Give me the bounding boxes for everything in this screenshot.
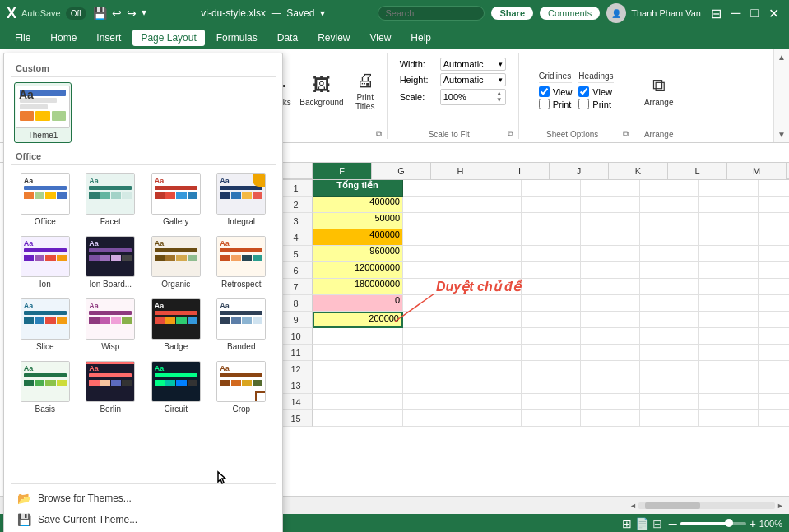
page-layout-view-btn[interactable]: 📄: [635, 517, 649, 530]
col-header-g[interactable]: G: [372, 163, 431, 179]
grid-cell-j1[interactable]: [581, 180, 640, 197]
grid-cell-m12[interactable]: [759, 361, 789, 377]
grid-cell-j3[interactable]: [581, 213, 640, 229]
row-header-15[interactable]: 15: [280, 410, 313, 427]
headings-view-checkbox[interactable]: [578, 86, 589, 97]
col-header-m[interactable]: M: [727, 163, 787, 179]
ribbon-scroll-up-icon[interactable]: ▲: [777, 53, 786, 62]
grid-cell-k4[interactable]: [640, 229, 699, 246]
grid-cell-k9[interactable]: [640, 312, 699, 328]
grid-cell-h7[interactable]: [462, 279, 522, 295]
row-header-14[interactable]: 14: [280, 394, 313, 410]
row-header-5[interactable]: 5: [280, 246, 313, 262]
grid-cell-j13[interactable]: [581, 377, 640, 394]
browse-themes-item[interactable]: 📂 Browse for Themes...: [11, 488, 276, 509]
search-input[interactable]: [378, 6, 485, 21]
grid-cell-l13[interactable]: [699, 377, 759, 394]
page-break-view-btn[interactable]: ⊟: [652, 517, 662, 530]
theme-item-slice[interactable]: Aa Slice: [14, 295, 77, 354]
headings-print-checkbox[interactable]: [578, 99, 589, 109]
grid-cell-f14[interactable]: [313, 394, 403, 410]
height-dropdown-icon[interactable]: ▾: [499, 76, 503, 84]
grid-cell-f15[interactable]: [313, 410, 403, 427]
ribbon-collapse-icon[interactable]: ⊟: [708, 6, 725, 21]
row-header-11[interactable]: 11: [280, 345, 313, 361]
col-header-j[interactable]: J: [550, 163, 609, 179]
grid-cell-l9[interactable]: [699, 312, 759, 328]
scale-expand-icon[interactable]: ⧉: [508, 129, 513, 139]
grid-cell-h4[interactable]: [462, 229, 522, 246]
gridlines-print-checkbox[interactable]: [539, 99, 550, 109]
row-header-2[interactable]: 2: [280, 197, 313, 213]
zoom-out-btn[interactable]: ─: [669, 517, 677, 530]
grid-cell-h11[interactable]: [462, 345, 522, 361]
grid-cell-j15[interactable]: [581, 410, 640, 427]
grid-cell-g4[interactable]: [403, 229, 462, 246]
grid-cell-g9[interactable]: [403, 312, 462, 328]
grid-cell-i6[interactable]: [522, 262, 581, 279]
grid-cell-h9[interactable]: [462, 312, 522, 328]
more-icon[interactable]: ▾: [140, 5, 148, 21]
row-header-1[interactable]: 1: [280, 180, 313, 197]
grid-cell-l3[interactable]: [699, 213, 759, 229]
grid-cell-i1[interactable]: [522, 180, 581, 197]
grid-cell-m15[interactable]: [759, 410, 789, 427]
grid-cell-f12[interactable]: [313, 361, 403, 377]
col-header-f[interactable]: F: [313, 163, 372, 179]
menu-formulas[interactable]: Formulas: [208, 30, 266, 46]
grid-cell-m4[interactable]: [759, 229, 789, 246]
grid-cell-j12[interactable]: [581, 361, 640, 377]
menu-insert[interactable]: Insert: [88, 30, 129, 46]
autosave-toggle[interactable]: Off: [66, 7, 86, 20]
horizontal-scroll-bottom[interactable]: ◄ ►: [624, 502, 789, 510]
grid-cell-l11[interactable]: [699, 345, 759, 361]
theme-item-facet[interactable]: Aa Facet: [80, 170, 142, 229]
grid-cell-g12[interactable]: [403, 361, 462, 377]
grid-cell-l1[interactable]: [699, 180, 759, 197]
width-input[interactable]: Automatic ▾: [440, 58, 506, 71]
grid-cell-k8[interactable]: [640, 295, 699, 312]
grid-cell-k10[interactable]: [640, 328, 699, 345]
grid-cell-f5[interactable]: 960000: [313, 246, 403, 262]
grid-cell-h14[interactable]: [462, 394, 522, 410]
grid-cell-m9[interactable]: [759, 312, 789, 328]
grid-cell-l7[interactable]: [699, 279, 759, 295]
grid-cell-h10[interactable]: [462, 328, 522, 345]
grid-cell-i2[interactable]: [522, 197, 581, 213]
grid-cell-j8[interactable]: [581, 295, 640, 312]
grid-cell-f11[interactable]: [313, 345, 403, 361]
grid-cell-i4[interactable]: [522, 229, 581, 246]
grid-cell-g8[interactable]: [403, 295, 462, 312]
grid-cell-k6[interactable]: [640, 262, 699, 279]
menu-view[interactable]: View: [362, 30, 400, 46]
theme-item-office[interactable]: Aa Office: [14, 170, 77, 229]
grid-cell-l2[interactable]: [699, 197, 759, 213]
hscroll-thumb[interactable]: [645, 502, 699, 509]
theme-item-integral[interactable]: Aa Integral: [211, 170, 273, 229]
grid-cell-m10[interactable]: [759, 328, 789, 345]
col-header-k[interactable]: K: [609, 163, 668, 179]
theme-item-badge[interactable]: Aa Badge: [145, 295, 207, 354]
menu-page-layout[interactable]: Page Layout: [132, 30, 204, 46]
hscroll-left-icon[interactable]: ◄: [628, 502, 638, 510]
height-input[interactable]: Automatic ▾: [440, 73, 506, 86]
grid-cell-f13[interactable]: [313, 377, 403, 394]
grid-cell-m11[interactable]: [759, 345, 789, 361]
theme-item-basis[interactable]: Aa Basis: [14, 358, 77, 417]
grid-cell-m2[interactable]: [759, 197, 789, 213]
grid-cell-m6[interactable]: [759, 262, 789, 279]
grid-cell-f6[interactable]: 120000000: [313, 262, 403, 279]
normal-view-btn[interactable]: ⊞: [622, 517, 632, 530]
grid-cell-i14[interactable]: [522, 394, 581, 410]
grid-cell-g6[interactable]: [403, 262, 462, 279]
ribbon-scroll-down-icon[interactable]: ▼: [777, 130, 786, 139]
theme-item-organic[interactable]: Aa Organic: [145, 233, 207, 292]
grid-cell-h5[interactable]: [462, 246, 522, 262]
grid-cell-k14[interactable]: [640, 394, 699, 410]
theme-item-ion-board[interactable]: Aa Ion Board...: [80, 233, 142, 292]
grid-cell-m1[interactable]: [759, 180, 789, 197]
grid-cell-m8[interactable]: [759, 295, 789, 312]
theme-item-crop[interactable]: Aa Crop: [211, 358, 273, 417]
grid-cell-i8[interactable]: [522, 295, 581, 312]
grid-cell-f10[interactable]: [313, 328, 403, 345]
